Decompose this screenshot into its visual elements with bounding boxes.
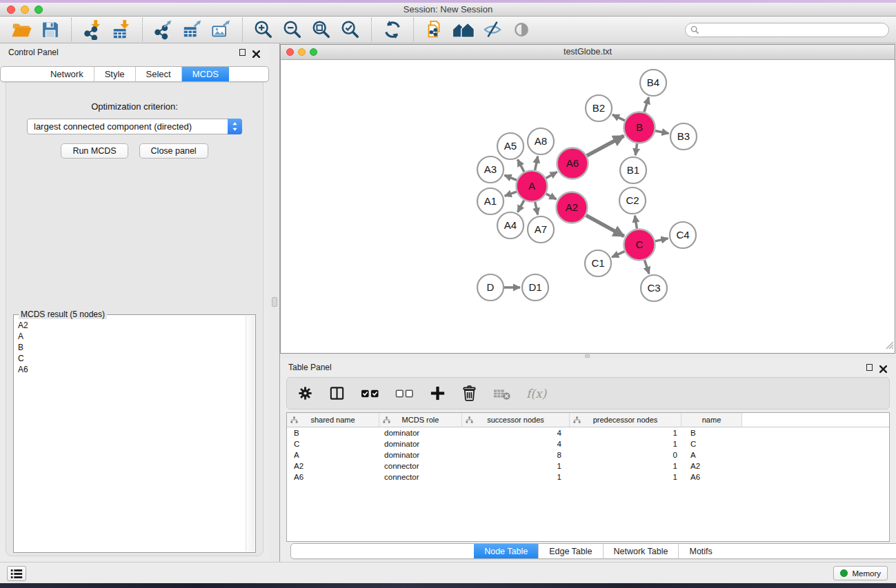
graph-node-C1[interactable]: C1: [585, 250, 611, 276]
graph-edge-A-A3[interactable]: [504, 175, 517, 180]
graph-edge-A-A6[interactable]: [546, 172, 557, 178]
table-cell[interactable]: 0: [570, 451, 681, 459]
graph-node-B[interactable]: B: [624, 112, 655, 143]
table-row[interactable]: A2connector11A2: [287, 460, 889, 472]
graph-node-A7[interactable]: A7: [528, 216, 554, 243]
table-cell[interactable]: C: [287, 440, 379, 448]
maximize-window-button[interactable]: [34, 6, 43, 14]
export-image-icon[interactable]: [210, 18, 233, 41]
float-panel-icon[interactable]: [239, 49, 246, 56]
close-network-window-button[interactable]: [286, 48, 294, 56]
mcds-result-item[interactable]: B: [18, 342, 245, 353]
maximize-network-window-button[interactable]: [310, 48, 317, 56]
network-canvas[interactable]: B4B2BB3A8A5A6A3B1AA1C2A2A4A7C4CC1C3DD1: [281, 60, 894, 353]
mcds-result-item[interactable]: A: [18, 331, 245, 342]
graph-node-A5[interactable]: A5: [497, 133, 524, 159]
table-cell[interactable]: 1: [462, 462, 570, 470]
task-history-button[interactable]: [7, 566, 26, 581]
mcds-result-item[interactable]: C: [18, 353, 245, 364]
graph-node-A6[interactable]: A6: [557, 148, 588, 179]
hide-selected-icon[interactable]: [481, 18, 504, 41]
graph-node-B3[interactable]: B3: [670, 123, 697, 150]
table-cell[interactable]: 1: [462, 473, 570, 481]
graph-edge-B-B1[interactable]: [635, 143, 637, 155]
column-header-MCDS-role[interactable]: MCDS role: [379, 413, 462, 427]
graph-edge-C-C3[interactable]: [644, 260, 649, 274]
tab-network[interactable]: Network: [40, 67, 94, 81]
import-table-icon[interactable]: [110, 18, 133, 41]
import-network-icon[interactable]: [81, 18, 104, 41]
zoom-in-icon[interactable]: [252, 18, 275, 41]
column-header-successor-nodes[interactable]: successor nodes: [462, 413, 570, 427]
scrollbar[interactable]: [246, 316, 255, 551]
add-column-icon[interactable]: [429, 385, 446, 402]
graph-edge-C-C1[interactable]: [612, 252, 625, 257]
zoom-fit-icon[interactable]: [310, 18, 333, 41]
mcds-result-item[interactable]: A6: [18, 364, 245, 375]
table-cell[interactable]: A: [287, 451, 379, 459]
table-cell[interactable]: B: [287, 429, 379, 437]
tab-style[interactable]: Style: [94, 67, 135, 81]
table-cell[interactable]: 1: [570, 462, 681, 470]
zoom-out-icon[interactable]: [281, 18, 304, 41]
split-divider-vertical[interactable]: [269, 43, 280, 562]
clone-network-icon[interactable]: [423, 18, 446, 41]
graph-node-D[interactable]: D: [477, 274, 504, 301]
tab-select[interactable]: Select: [135, 67, 181, 81]
graph-node-A4[interactable]: A4: [497, 212, 524, 239]
table-cell[interactable]: 4: [462, 429, 570, 437]
table-cell[interactable]: 1: [570, 473, 681, 481]
minimize-network-window-button[interactable]: [298, 48, 306, 56]
graph-node-B4[interactable]: B4: [640, 70, 666, 96]
close-panel-icon[interactable]: [879, 363, 887, 371]
table-cell[interactable]: 4: [462, 440, 570, 448]
table-cell[interactable]: A2: [681, 462, 742, 470]
graph-edge-C-C4[interactable]: [655, 239, 668, 241]
graph-edge-B-B2[interactable]: [613, 114, 625, 121]
graph-edge-A-A5[interactable]: [517, 159, 524, 172]
table-cell[interactable]: dominator: [379, 440, 462, 448]
graph-node-C3[interactable]: C3: [641, 275, 667, 301]
table-cell[interactable]: dominator: [379, 429, 462, 437]
settings-gear-icon[interactable]: [297, 385, 314, 402]
float-panel-icon[interactable]: [866, 364, 873, 371]
column-header-predecessor-nodes[interactable]: predecessor nodes: [570, 413, 681, 427]
table-row[interactable]: A6connector11A6: [287, 472, 889, 483]
tab-motifs[interactable]: Motifs: [678, 544, 722, 558]
close-panel-icon[interactable]: [252, 48, 260, 56]
resize-grip-icon[interactable]: [884, 340, 894, 352]
graph-node-A3[interactable]: A3: [477, 156, 504, 183]
graph-edge-B-B4[interactable]: [644, 97, 649, 112]
show-all-icon[interactable]: [510, 18, 533, 41]
column-header-shared-name[interactable]: shared name: [287, 413, 379, 427]
tab-node-table[interactable]: Node Table: [474, 544, 538, 558]
graph-edge-B-B3[interactable]: [655, 131, 668, 134]
graph-edge-A-A1[interactable]: [505, 192, 517, 196]
graph-node-B2[interactable]: B2: [586, 95, 612, 121]
table-cell[interactable]: dominator: [379, 451, 462, 459]
tab-mcds[interactable]: MCDS: [181, 67, 229, 81]
graph-edge-A6-B[interactable]: [587, 136, 624, 156]
close-panel-button[interactable]: Close panel: [139, 143, 208, 159]
export-network-icon[interactable]: [152, 18, 175, 41]
table-cell[interactable]: A6: [681, 473, 742, 481]
delete-column-trash-icon[interactable]: [461, 385, 478, 402]
graph-edge-A-A2[interactable]: [546, 194, 557, 199]
divider-grip[interactable]: [272, 297, 277, 307]
mcds-result-item[interactable]: A2: [18, 320, 245, 331]
tab-edge-table[interactable]: Edge Table: [538, 544, 602, 558]
criterion-dropdown[interactable]: largest connected component (directed): [27, 119, 242, 134]
table-cell[interactable]: 8: [462, 451, 570, 459]
deselect-all-icon[interactable]: [395, 385, 415, 402]
export-table-icon[interactable]: [181, 18, 204, 41]
table-cell[interactable]: A2: [287, 462, 379, 470]
graph-node-C2[interactable]: C2: [619, 187, 646, 214]
refresh-icon[interactable]: [381, 18, 404, 41]
home-layout-icon[interactable]: [452, 18, 475, 41]
graph-node-C4[interactable]: C4: [670, 222, 696, 248]
graph-edge-A-A8[interactable]: [535, 156, 538, 170]
table-cell[interactable]: 1: [570, 440, 681, 448]
graph-node-C[interactable]: C: [624, 230, 655, 261]
table-row[interactable]: Adominator80A: [287, 449, 889, 460]
search-box[interactable]: [685, 23, 889, 37]
